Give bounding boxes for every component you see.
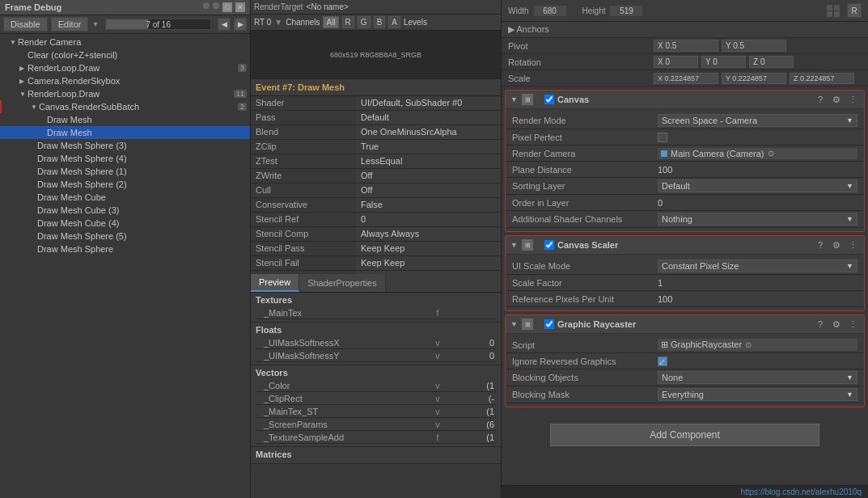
shader-prop-value: (6 <box>446 420 494 429</box>
pixel-perfect-value <box>658 133 857 142</box>
canvas-title: Canvas <box>557 95 811 104</box>
tree-item-renderloop-draw-1[interactable]: ▶ RenderLoop.Draw 3 <box>0 61 250 74</box>
channel-b[interactable]: B <box>374 16 386 28</box>
prop-value: Default <box>356 111 501 124</box>
scaler-menu-btn[interactable]: ⋮ <box>846 238 859 251</box>
add-component-btn[interactable]: Add Component <box>550 424 819 446</box>
scaler-enabled-checkbox[interactable] <box>544 240 554 250</box>
tree-item-sphere-2[interactable]: Draw Mesh Sphere (2) <box>0 178 250 191</box>
scaler-arrow: ▼ <box>510 241 519 249</box>
raycaster-menu-btn[interactable]: ⋮ <box>846 318 859 331</box>
rotation-value: X 0 Y 0 Z 0 <box>654 56 862 68</box>
shader-section: Floats _UIMaskSoftnessX v 0 _UIMaskSoftn… <box>251 323 501 365</box>
tree-item-sphere-4[interactable]: Draw Mesh Sphere (4) <box>0 152 250 165</box>
ignore-reversed-checkbox[interactable]: ✓ <box>658 357 667 366</box>
camera-link-icon[interactable]: ⊙ <box>768 149 774 158</box>
shader-prop-type: f <box>430 433 446 442</box>
width-value: 680 <box>534 6 566 16</box>
prop-value: Keep Keep <box>356 242 501 255</box>
tree-item-cube-4[interactable]: Draw Mesh Cube (4) <box>0 217 250 230</box>
script-link-icon[interactable]: ⊙ <box>745 340 752 349</box>
scale-x: X 0.2224857 <box>654 73 718 84</box>
tree-item-clear[interactable]: Clear (color+Z+stencil) <box>0 49 250 61</box>
camera-dot <box>661 150 667 157</box>
tree-item-draw-mesh-parent[interactable]: Draw Mesh <box>0 113 250 126</box>
canvas-help-btn[interactable]: ? <box>814 93 827 106</box>
prop-row: Shader UI/Default, SubShader #0 <box>251 96 501 111</box>
channel-a[interactable]: A <box>388 16 400 28</box>
tree-item-render-camera[interactable]: ▼ Render Camera <box>0 36 250 49</box>
editor-btn[interactable]: Editor <box>51 17 89 32</box>
ref-pixels-row: Reference Pixels Per Unit 100 <box>506 291 864 307</box>
levels-label: Levels <box>404 18 427 27</box>
scaler-body: UI Scale Mode Constant Pixel Size ▼ Scal… <box>506 255 864 310</box>
prop-label: Stencil Ref <box>251 213 356 226</box>
additional-shader-row: Additional Shader Channels Nothing ▼ <box>506 211 864 228</box>
prop-row: Stencil Fail Keep Keep <box>251 256 501 271</box>
blocking-objects-label: Blocking Objects <box>512 373 658 382</box>
order-in-layer-row: Order in Layer 0 <box>506 195 864 211</box>
tab-preview[interactable]: Preview <box>251 274 299 292</box>
close-btn[interactable]: ✕ <box>235 2 245 12</box>
additional-shader-dropdown[interactable]: Nothing ▼ <box>658 213 857 226</box>
canvas-settings-btn[interactable]: ⚙ <box>830 93 843 106</box>
ui-scale-dropdown[interactable]: Constant Pixel Size ▼ <box>658 260 857 272</box>
shader-prop-value: (1 <box>446 407 494 416</box>
order-in-layer-value: 0 <box>658 198 857 208</box>
shader-prop-type: v <box>430 338 446 348</box>
tree-item-cube-3[interactable]: Draw Mesh Cube (3) <box>0 204 250 217</box>
raycaster-title: Graphic Raycaster <box>557 319 811 329</box>
shader-prop-value: (1 <box>446 381 494 390</box>
prop-label: ZClip <box>251 140 356 154</box>
prev-btn[interactable]: ◀ <box>218 18 231 31</box>
maximize-btn[interactable]: □ <box>222 2 232 12</box>
tree-item-sphere-1[interactable]: Draw Mesh Sphere (1) <box>0 165 250 178</box>
channel-r[interactable]: R <box>342 16 354 28</box>
tree-item-cube[interactable]: Draw Mesh Cube <box>0 191 250 204</box>
prop-row: Stencil ZFail Keep Keep <box>251 271 501 274</box>
ui-scale-mode-row: UI Scale Mode Constant Pixel Size ▼ <box>506 258 864 275</box>
canvas-enabled-checkbox[interactable] <box>544 95 554 104</box>
prop-label: Cull <box>251 184 356 197</box>
sorting-layer-dropdown[interactable]: Default ▼ <box>658 179 857 192</box>
scale-factor-row: Scale Factor 1 <box>506 275 864 291</box>
render-mode-dropdown[interactable]: Screen Space - Camera ▼ <box>658 114 857 127</box>
shader-section-header: Textures _MainTex f <box>251 293 501 323</box>
blocking-objects-dropdown[interactable]: None ▼ <box>658 371 857 384</box>
tree-item-draw-mesh-selected[interactable]: Draw Mesh <box>0 126 250 139</box>
shader-prop-row: _TextureSampleAdd f (1 <box>256 431 496 444</box>
scaler-settings-btn[interactable]: ⚙ <box>830 238 843 251</box>
shader-section-header: Matrices <box>251 447 501 464</box>
prop-value: One OneMinusSrcAlpha <box>356 125 501 139</box>
disable-btn[interactable]: Disable <box>3 17 48 32</box>
channel-all[interactable]: All <box>323 16 338 28</box>
tree-item-sphere-3[interactable]: Draw Mesh Sphere (3) <box>0 139 250 152</box>
tab-shader-properties[interactable]: ShaderProperties <box>299 274 386 292</box>
prop-row: ZTest LessEqual <box>251 154 501 169</box>
canvas-section-header[interactable]: ▼ ⊞ Canvas ? ⚙ ⋮ <box>506 91 864 109</box>
raycaster-body: Script ⊞ GraphicRaycaster ⊙ Ignore Rever… <box>506 334 864 407</box>
raycaster-help-btn[interactable]: ? <box>814 318 827 331</box>
ui-scale-mode-label: UI Scale Mode <box>512 261 658 271</box>
tree-item-sphere-plain[interactable]: Draw Mesh Sphere <box>0 243 250 255</box>
tree-item-camera-skybox[interactable]: ▶ Camera.RenderSkybox <box>0 74 250 87</box>
raycaster-enabled-checkbox[interactable] <box>544 319 554 329</box>
canvas-menu-btn[interactable]: ⋮ <box>846 93 859 106</box>
channel-g[interactable]: G <box>358 16 370 28</box>
canvas-arrow: ▼ <box>510 95 519 103</box>
tree-item-sphere-5[interactable]: Draw Mesh Sphere (5) <box>0 230 250 243</box>
shader-prop-name: _Color <box>257 381 430 390</box>
r-button[interactable]: R <box>847 3 862 18</box>
shader-prop-row: _MainTex f <box>256 306 496 319</box>
scaler-help-btn[interactable]: ? <box>814 238 827 251</box>
next-btn[interactable]: ▶ <box>234 18 247 31</box>
raycaster-settings-btn[interactable]: ⚙ <box>830 318 843 331</box>
tree-item-canvas-renderbatch[interactable]: ▼ Canvas.RenderSubBatch 2 <box>0 100 250 113</box>
scale-z: Z 0.2224857 <box>790 73 854 84</box>
tree-item-renderloop-draw-2[interactable]: ▼ RenderLoop.Draw 11 <box>0 87 250 100</box>
raycaster-header[interactable]: ▼ ⊞ Graphic Raycaster ? ⚙ ⋮ <box>506 315 864 334</box>
pixel-perfect-checkbox[interactable] <box>658 133 667 142</box>
canvas-scaler-header[interactable]: ▼ ⊞ Canvas Scaler ? ⚙ ⋮ <box>506 236 864 255</box>
blocking-mask-dropdown[interactable]: Everything ▼ <box>658 388 857 401</box>
ref-pixels-label: Reference Pixels Per Unit <box>512 294 658 304</box>
